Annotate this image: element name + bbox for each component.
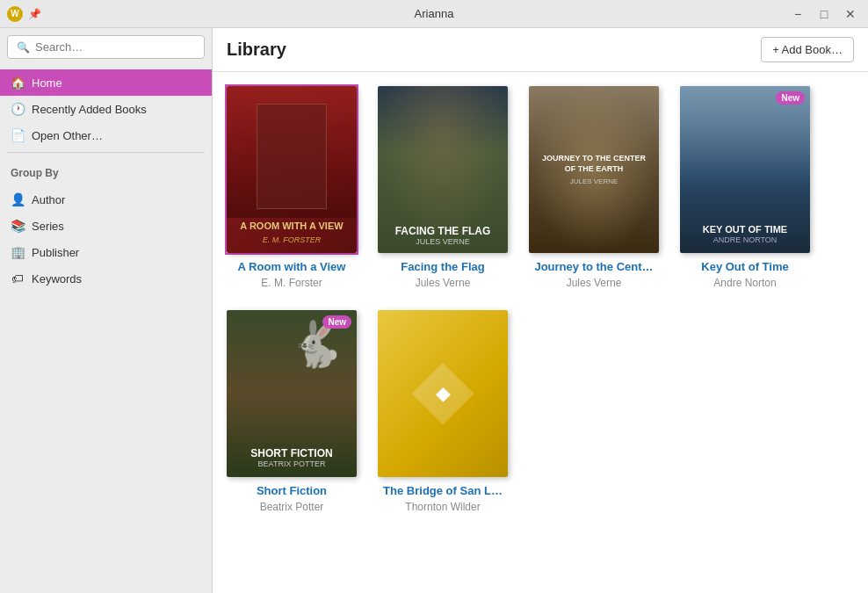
- book-card-bridge[interactable]: ◆ The Bridge of San L… Thornton Wilder: [378, 310, 508, 513]
- book-card-journey[interactable]: JOURNEY TO THE CENTER OF THE EARTH JULES…: [529, 86, 659, 289]
- window-title: Arianna: [415, 7, 454, 20]
- book-title-room-view: A Room with a View: [238, 260, 346, 275]
- title-bar-controls: − □ ✕: [787, 5, 861, 23]
- book-cover-wrapper-facing-flag: FACING THE FLAG JULES VERNE: [378, 86, 508, 253]
- pin-icon: 📌: [28, 8, 41, 20]
- clock-icon: 🕐: [11, 102, 25, 116]
- book-cover-key-time: KEY OUT OF TIME ANDRE NORTON: [680, 86, 810, 253]
- sidebar-item-home[interactable]: 🏠 Home: [0, 69, 212, 96]
- page-title: Library: [227, 40, 286, 60]
- group-by-nav: 👤 Author 📚 Series 🏢 Publisher 🏷 Keywords: [0, 186, 212, 292]
- sidebar-item-recently-added-label: Recently Added Books: [32, 103, 147, 116]
- keywords-icon: 🏷: [11, 271, 25, 286]
- book-title-short-fiction: Short Fiction: [257, 484, 327, 499]
- book-card-key-time[interactable]: New KEY OUT OF TIME ANDRE NORTON Key Out…: [680, 86, 810, 289]
- book-cover-wrapper-bridge: ◆: [378, 310, 508, 477]
- file-icon: 📄: [11, 128, 25, 142]
- minimize-button[interactable]: −: [787, 5, 808, 23]
- book-card-short-fiction[interactable]: New 🐇 SHORT FICTION BEATRIX POTTER Short…: [227, 310, 357, 513]
- search-bar[interactable]: 🔍: [7, 35, 205, 59]
- sidebar-item-series[interactable]: 📚 Series: [0, 213, 212, 239]
- maximize-button[interactable]: □: [814, 5, 835, 23]
- book-cover-short-fiction: 🐇 SHORT FICTION BEATRIX POTTER: [227, 310, 357, 477]
- app-icon: W: [7, 6, 23, 22]
- search-icon: 🔍: [17, 41, 30, 54]
- sidebar-divider: [7, 152, 205, 153]
- book-author-bridge: Thornton Wilder: [405, 501, 480, 513]
- books-grid: A ROOM WITH A VIEW E. M. FORSTER A Room …: [213, 72, 868, 593]
- add-book-label: + Add Book…: [772, 43, 843, 56]
- sidebar-nav: 🏠 Home 🕐 Recently Added Books 📄 Open Oth…: [0, 69, 212, 148]
- cover-title-room-view: A ROOM WITH A VIEW: [240, 221, 343, 232]
- cover-author-key-time: ANDRE NORTON: [713, 235, 778, 244]
- title-bar: W 📌 Arianna − □ ✕: [0, 0, 868, 28]
- search-input[interactable]: [35, 40, 195, 54]
- book-cover-journey: JOURNEY TO THE CENTER OF THE EARTH JULES…: [529, 86, 659, 253]
- sidebar: 🔍 🏠 Home 🕐 Recently Added Books 📄 Open O…: [0, 28, 213, 593]
- title-bar-left: W 📌: [7, 6, 41, 22]
- series-icon: 📚: [11, 219, 25, 233]
- sidebar-item-open-other-label: Open Other…: [32, 129, 103, 142]
- book-cover-room-view: A ROOM WITH A VIEW E. M. FORSTER: [227, 86, 357, 253]
- book-cover-wrapper-journey: JOURNEY TO THE CENTER OF THE EARTH JULES…: [529, 86, 659, 253]
- book-title-journey: Journey to the Cent…: [534, 260, 653, 275]
- sidebar-item-keywords-label: Keywords: [32, 272, 82, 286]
- cover-title-journey: JOURNEY TO THE CENTER OF THE EARTH: [538, 154, 650, 174]
- book-card-room-view[interactable]: A ROOM WITH A VIEW E. M. FORSTER A Room …: [227, 86, 357, 289]
- book-title-key-time: Key Out of Time: [701, 260, 788, 275]
- cover-title-key-time: KEY OUT OF TIME: [703, 224, 787, 235]
- sidebar-item-author-label: Author: [32, 193, 65, 206]
- diamond-icon: ◆: [436, 382, 451, 405]
- sidebar-item-publisher[interactable]: 🏢 Publisher: [0, 239, 212, 265]
- close-button[interactable]: ✕: [840, 5, 861, 23]
- book-author-key-time: Andre Norton: [713, 277, 776, 289]
- book-cover-facing-flag: FACING THE FLAG JULES VERNE: [378, 86, 508, 253]
- cover-author-room-view: E. M. FORSTER: [263, 235, 322, 244]
- content-area: Library + Add Book… A ROOM WITH A VIEW E…: [213, 28, 868, 593]
- book-cover-wrapper-key-time: New KEY OUT OF TIME ANDRE NORTON: [680, 86, 810, 253]
- sidebar-item-series-label: Series: [32, 220, 64, 233]
- author-icon: 👤: [11, 192, 25, 206]
- book-cover-bridge: ◆: [378, 310, 508, 477]
- book-title-bridge: The Bridge of San L…: [383, 484, 503, 499]
- new-badge-key-time: New: [776, 91, 805, 105]
- book-author-facing-flag: Jules Verne: [416, 277, 471, 289]
- cover-author-facing-flag: JULES VERNE: [416, 237, 470, 246]
- book-cover-wrapper-short-fiction: New 🐇 SHORT FICTION BEATRIX POTTER: [227, 310, 357, 477]
- sidebar-item-recently-added[interactable]: 🕐 Recently Added Books: [0, 96, 212, 122]
- main-layout: 🔍 🏠 Home 🕐 Recently Added Books 📄 Open O…: [0, 28, 868, 593]
- book-author-short-fiction: Beatrix Potter: [260, 501, 324, 513]
- content-header: Library + Add Book…: [213, 28, 868, 72]
- sidebar-item-publisher-label: Publisher: [32, 246, 79, 259]
- book-title-facing-flag: Facing the Flag: [401, 260, 484, 275]
- book-cover-wrapper-room-view: A ROOM WITH A VIEW E. M. FORSTER: [227, 86, 357, 253]
- sidebar-item-home-label: Home: [32, 76, 62, 90]
- add-book-button[interactable]: + Add Book…: [761, 37, 854, 62]
- cover-author-journey: JULES VERNE: [570, 177, 618, 185]
- sidebar-item-author[interactable]: 👤 Author: [0, 186, 212, 213]
- new-badge-short-fiction: New: [322, 315, 351, 329]
- sidebar-item-keywords[interactable]: 🏷 Keywords: [0, 265, 212, 292]
- publisher-icon: 🏢: [11, 245, 25, 259]
- sidebar-item-open-other[interactable]: 📄 Open Other…: [0, 122, 212, 148]
- book-card-facing-flag[interactable]: FACING THE FLAG JULES VERNE Facing the F…: [378, 86, 508, 289]
- cover-title-facing-flag: FACING THE FLAG: [395, 225, 491, 237]
- cover-title-short-fiction: SHORT FICTION: [250, 447, 332, 459]
- book-author-journey: Jules Verne: [567, 277, 622, 289]
- cover-diamond: ◆: [412, 363, 474, 425]
- home-icon: 🏠: [11, 76, 25, 90]
- cover-author-short-fiction: BEATRIX POTTER: [258, 459, 326, 468]
- group-by-label: Group By: [0, 156, 212, 183]
- book-author-room-view: E. M. Forster: [261, 277, 322, 289]
